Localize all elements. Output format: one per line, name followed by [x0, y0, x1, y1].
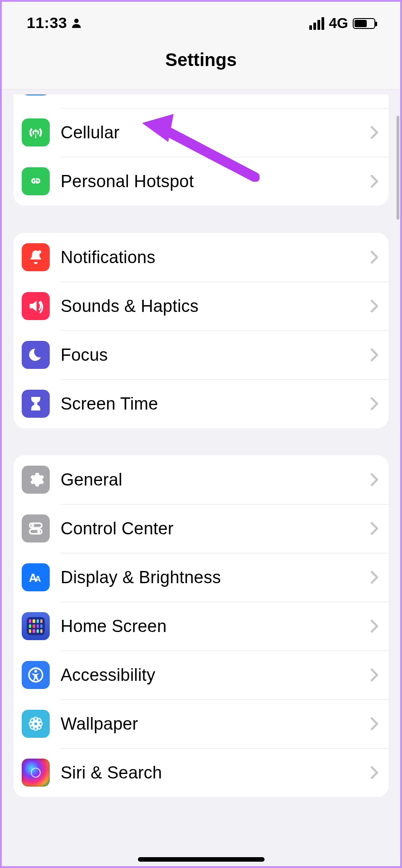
page-title: Settings	[2, 33, 400, 90]
network-label: 4G	[329, 15, 348, 32]
display-icon: AA	[22, 563, 50, 591]
row-display-brightness[interactable]: AA Display & Brightness	[14, 553, 388, 602]
row-screen-time[interactable]: Screen Time	[14, 379, 388, 428]
siri-icon	[22, 759, 50, 787]
focus-icon	[22, 341, 50, 369]
row-accessibility[interactable]: Accessibility	[14, 651, 388, 699]
row-home-screen[interactable]: Home Screen	[14, 602, 388, 651]
group-connectivity: Bluetooth Not Connected Cellular	[14, 94, 388, 206]
status-left: 11:33	[27, 14, 82, 32]
accessibility-icon	[22, 661, 50, 689]
wallpaper-label: Wallpaper	[61, 714, 370, 734]
profile-icon	[71, 17, 82, 29]
chevron-right-icon	[370, 397, 378, 410]
chevron-right-icon	[370, 571, 378, 584]
chevron-right-icon	[370, 717, 378, 731]
chevron-right-icon	[370, 668, 378, 682]
svg-point-3	[31, 524, 34, 527]
status-bar: 11:33 4G	[2, 2, 400, 33]
focus-label: Focus	[61, 345, 370, 365]
svg-point-5	[37, 530, 40, 533]
svg-point-1	[38, 250, 41, 254]
chevron-right-icon	[370, 522, 378, 535]
home-indicator[interactable]	[138, 857, 265, 862]
group-attention: Notifications Sounds & Haptics Focus	[14, 233, 388, 428]
chevron-right-icon	[370, 619, 378, 633]
row-siri-search[interactable]: Siri & Search	[14, 748, 388, 797]
settings-content[interactable]: Bluetooth Not Connected Cellular	[2, 94, 400, 866]
row-sounds-haptics[interactable]: Sounds & Haptics	[14, 282, 388, 330]
row-focus[interactable]: Focus	[14, 330, 388, 379]
gear-icon	[22, 466, 50, 494]
row-personal-hotspot[interactable]: Personal Hotspot	[14, 157, 388, 206]
home-screen-icon	[22, 612, 50, 640]
display-label: Display & Brightness	[61, 568, 370, 587]
battery-icon	[353, 18, 375, 29]
accessibility-label: Accessibility	[61, 665, 370, 685]
screen: 11:33 4G Settings Bluetooth Not Connec	[0, 0, 402, 868]
row-wallpaper[interactable]: Wallpaper	[14, 699, 388, 748]
cellular-label: Cellular	[61, 123, 370, 142]
notifications-icon	[22, 243, 50, 271]
siri-label: Siri & Search	[61, 763, 370, 783]
cellular-icon	[22, 118, 50, 146]
wallpaper-icon	[22, 710, 50, 738]
signal-bars-icon	[309, 17, 324, 30]
screen-time-label: Screen Time	[61, 394, 370, 414]
status-time: 11:33	[27, 14, 67, 32]
hotspot-label: Personal Hotspot	[61, 172, 370, 191]
chevron-right-icon	[370, 473, 378, 486]
control-center-label: Control Center	[61, 519, 370, 538]
chevron-right-icon	[370, 348, 378, 362]
home-screen-label: Home Screen	[61, 617, 370, 636]
chevron-right-icon	[370, 126, 378, 139]
general-label: General	[61, 470, 370, 490]
sounds-label: Sounds & Haptics	[61, 297, 370, 316]
group-general-settings: General Control Center AA Display & Brig…	[14, 455, 388, 797]
row-notifications[interactable]: Notifications	[14, 233, 388, 282]
svg-point-19	[31, 768, 40, 777]
scroll-indicator[interactable]	[397, 116, 399, 220]
control-center-icon	[22, 514, 50, 542]
row-bluetooth[interactable]: Bluetooth Not Connected	[14, 94, 388, 108]
hotspot-icon	[22, 167, 50, 195]
chevron-right-icon	[370, 250, 378, 264]
row-general[interactable]: General	[14, 455, 388, 504]
svg-point-9	[34, 670, 37, 673]
bluetooth-icon	[22, 94, 50, 95]
row-control-center[interactable]: Control Center	[14, 504, 388, 553]
sounds-icon	[22, 292, 50, 320]
row-cellular[interactable]: Cellular	[14, 108, 388, 157]
svg-text:A: A	[35, 574, 41, 584]
status-right: 4G	[309, 15, 375, 32]
chevron-right-icon	[370, 766, 378, 779]
chevron-right-icon	[370, 299, 378, 313]
svg-point-0	[75, 19, 79, 23]
screen-time-icon	[22, 390, 50, 418]
chevron-right-icon	[370, 175, 378, 188]
notifications-label: Notifications	[61, 248, 370, 267]
